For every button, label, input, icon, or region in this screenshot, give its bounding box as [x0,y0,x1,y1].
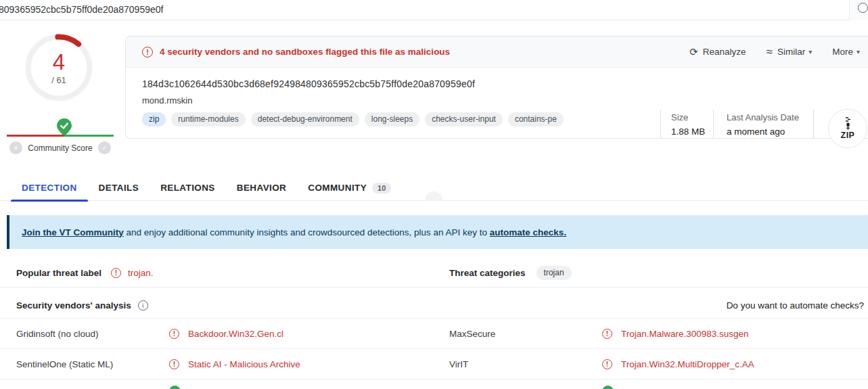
tag-zip[interactable]: zip [142,112,166,127]
verdict-bar: 4 security vendors and no sandboxes flag… [126,37,868,68]
table-row: SentinelOne (Static ML) Static AI - Mali… [0,348,868,379]
search-icon [858,3,868,13]
threat-category-pill[interactable]: trojan [536,266,572,280]
detection-result: Backdoor.Win32.Gen.cl [188,329,283,339]
malicious-icon [602,329,612,339]
vote-harmless-icon[interactable] [98,141,111,154]
community-score-pin-icon [57,118,72,136]
detection-result: Static AI - Malicious Archive [188,359,300,369]
join-community-link[interactable]: Join the VT Community [22,227,124,237]
file-summary-card: 4 security vendors and no sandboxes flag… [125,36,868,139]
file-size: Size 1.88 MB [671,112,705,137]
malicious-icon [602,359,612,369]
tab-community[interactable]: COMMUNITY 10 [297,175,402,201]
filetype-badge: ZIP [828,109,867,148]
divider [813,110,814,138]
tab-detection[interactable]: DETECTION [11,175,88,201]
table-row: Gridinsoft (no cloud) Backdoor.Win32.Gen… [0,318,868,348]
automate-checks-prompt[interactable]: Do you want to automate checks? [727,300,864,311]
tab-details[interactable]: DETAILS [88,175,150,201]
file-sha256: 184d3c1062644d530bc3d68ef924984809365952… [142,78,868,89]
divider [713,110,714,138]
search-input[interactable]: 809365952cbc5b75ff0de20a870959e0f [0,4,163,15]
community-score-label: Community Score [23,143,97,153]
popular-threat-value: trojan. [128,268,154,278]
vendor-detections-table: Gridinsoft (no cloud) Backdoor.Win32.Gen… [0,318,868,389]
malicious-icon [169,359,179,369]
threat-label-row: Popular threat label trojan. Threat cate… [0,259,868,286]
verdict-text: 4 security vendors and no sandboxes flag… [160,47,450,57]
vendors-analysis-header: Security vendors' analysis Do you want t… [0,292,868,318]
search-button[interactable] [849,0,868,20]
tag-long-sleeps[interactable]: long-sleeps [365,112,419,127]
tag-detect-debug-environment[interactable]: detect-debug-environment [251,112,359,127]
community-score-bar [7,135,114,137]
vendor-name: VirIT [449,359,602,369]
last-analysis-date: Last Analysis Date a moment ago [727,112,799,137]
detection-result: Trojan.Win32.MultiDropper_c.AA [621,359,754,369]
detections-count: 4 [53,51,65,74]
table-row [0,379,868,389]
reanalyze-button[interactable]: Reanalyze [689,46,746,58]
undetected-icon [169,386,181,389]
zip-icon [844,117,852,130]
vendor-name: SentinelOne (Static ML) [16,359,169,369]
tab-bar: DETECTION DETAILS RELATIONS BEHAVIOR COM… [11,175,868,201]
detection-score-widget: 4 / 61 Community Score [7,28,114,158]
vendor-name: MaxSecure [449,329,602,339]
tab-behavior[interactable]: BEHAVIOR [226,175,297,201]
malicious-icon [169,329,179,339]
info-icon[interactable] [138,300,148,311]
threat-categories-label: Threat categories [449,268,526,278]
automate-checks-link[interactable]: automate checks. [490,227,566,237]
tab-relations[interactable]: RELATIONS [150,175,226,201]
popular-threat-label: Popular threat label [16,268,101,278]
tag-checks-user-input[interactable]: checks-user-input [425,112,503,127]
top-search-bar: 809365952cbc5b75ff0de20a870959e0f [0,0,868,20]
tag-runtime-modules[interactable]: runtime-modules [171,112,245,127]
vote-malicious-icon[interactable] [9,141,22,154]
undetected-icon [602,386,614,389]
similar-button[interactable]: Similar [767,45,813,59]
vendor-name: Gridinsoft (no cloud) [16,329,169,339]
detections-total: / 61 [51,75,66,85]
tag-contains-pe[interactable]: contains-pe [508,112,564,127]
alert-icon [142,47,153,58]
divider [660,110,661,138]
alert-icon [111,268,121,278]
detection-result: Trojan.Malware.300983.susgen [621,329,749,339]
community-count-badge: 10 [372,183,391,193]
vt-community-banner: Join the VT Community and enjoy addition… [7,215,868,249]
file-name: mond.rmskin [142,95,868,106]
banner-text: and enjoy additional community insights … [124,227,490,237]
more-button[interactable]: More [832,47,860,57]
divider [0,287,868,288]
vendors-analysis-title: Security vendors' analysis [16,300,131,311]
